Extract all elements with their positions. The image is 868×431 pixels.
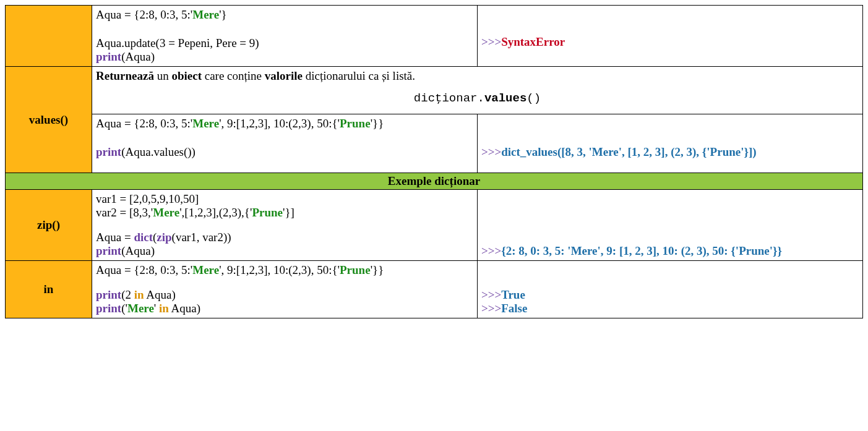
code-line: var1 = [2,0,5,9,10,50] — [96, 192, 199, 205]
output-cell: >>>True >>>False — [478, 261, 863, 318]
table-row: zip() var1 = [2,0,5,9,10,50] var2 = [8,3… — [6, 190, 863, 261]
method-cell-empty — [6, 6, 92, 67]
output-cell: >>>SyntaxError — [478, 6, 863, 67]
code-line: Aqua = {2:8, 0:3, 5:'Mere', 9:[1,2,3], 1… — [96, 263, 384, 276]
code-line: Aqua = {2:8, 0:3, 5:'Mere'} — [96, 8, 227, 21]
syntax-line: dicționar.values() — [96, 92, 859, 105]
code-line: var2 = [8,3,'Mere',[1,2,3],(2,3),{'Prune… — [96, 206, 294, 219]
code-cell: Aqua = {2:8, 0:3, 5:'Mere', 9:[1,2,3], 1… — [92, 114, 478, 173]
code-line: print(2 in Aqua) — [96, 288, 176, 301]
python-dict-reference-table: Aqua = {2:8, 0:3, 5:'Mere'} Aqua.update(… — [5, 5, 863, 318]
section-header-row: Exemple dicționar — [6, 173, 863, 190]
code-line: print(Aqua) — [96, 50, 155, 63]
table-row: Aqua = {2:8, 0:3, 5:'Mere'} Aqua.update(… — [6, 6, 863, 67]
method-cell-zip: zip() — [6, 190, 92, 261]
code-line: print(Aqua.values()) — [96, 145, 196, 158]
code-line: Aqua = {2:8, 0:3, 5:'Mere', 9:[1,2,3], 1… — [96, 117, 384, 130]
table-row: in Aqua = {2:8, 0:3, 5:'Mere', 9:[1,2,3]… — [6, 261, 863, 318]
output-line: >>>{2: 8, 0: 3, 5: 'Mere', 9: [1, 2, 3],… — [481, 244, 782, 257]
method-description: Returnează un obiect care conține valori… — [96, 69, 859, 83]
code-line: print(Aqua) — [96, 244, 155, 257]
output-cell: >>>dict_values([8, 3, 'Mere', [1, 2, 3],… — [478, 114, 863, 173]
code-cell: Aqua = {2:8, 0:3, 5:'Mere'} Aqua.update(… — [92, 6, 478, 67]
section-header: Exemple dicționar — [6, 173, 863, 190]
code-cell: var1 = [2,0,5,9,10,50] var2 = [8,3,'Mere… — [92, 190, 478, 261]
code-cell: Aqua = {2:8, 0:3, 5:'Mere', 9:[1,2,3], 1… — [92, 261, 478, 318]
code-line: Aqua.update(3 = Pepeni, Pere = 9) — [96, 36, 259, 49]
output-line: >>>True — [481, 288, 525, 301]
output-line: >>>dict_values([8, 3, 'Mere', [1, 2, 3],… — [481, 145, 757, 158]
code-line: print('Mere' in Aqua) — [96, 302, 200, 315]
method-cell-in: in — [6, 261, 92, 318]
output-line: >>>SyntaxError — [481, 35, 565, 48]
table-row: values() Returnează un obiect care conți… — [6, 67, 863, 114]
output-cell: >>>{2: 8, 0: 3, 5: 'Mere', 9: [1, 2, 3],… — [478, 190, 863, 261]
description-cell: Returnează un obiect care conține valori… — [92, 67, 863, 114]
method-cell-values: values() — [6, 67, 92, 173]
code-line: Aqua = dict(zip(var1, var2)) — [96, 231, 231, 244]
table-row: Aqua = {2:8, 0:3, 5:'Mere', 9:[1,2,3], 1… — [6, 114, 863, 173]
output-line: >>>False — [481, 302, 527, 315]
